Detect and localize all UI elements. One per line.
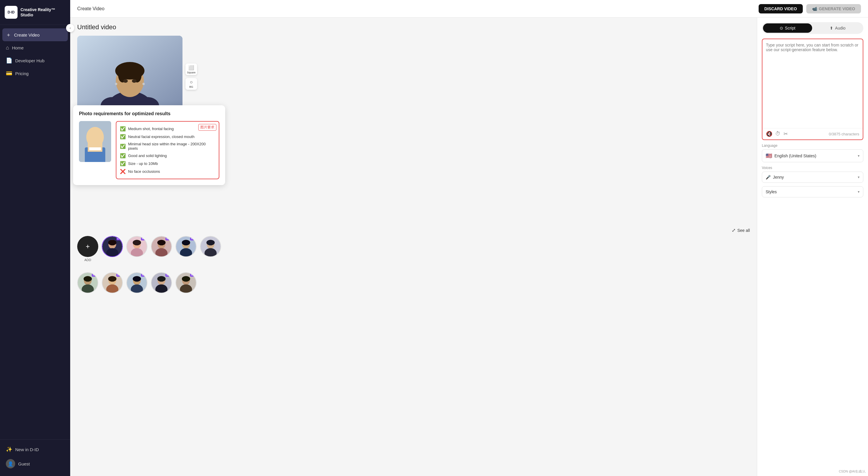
req-note-chinese: 图片要求 bbox=[198, 124, 216, 131]
audio-tab-icon: ⬆ bbox=[830, 26, 833, 30]
see-all-label: See all bbox=[737, 228, 750, 233]
voices-select[interactable]: 🎤 Jenny ▾ bbox=[762, 171, 863, 183]
pricing-icon: 💳 bbox=[6, 70, 12, 76]
home-icon: ⌂ bbox=[6, 45, 9, 51]
avatar-circle-r2-2[interactable]: HQ bbox=[102, 272, 123, 293]
generate-video-label: GENERATE VIDEO bbox=[819, 6, 855, 11]
avatar-image-5 bbox=[200, 236, 220, 257]
video-camera-icon: 📹 bbox=[812, 6, 817, 11]
sidebar-item-guest[interactable]: 👤 Guest bbox=[2, 456, 68, 471]
sidebar-collapse-button[interactable]: ‹ bbox=[66, 24, 74, 32]
sidebar-item-new-in-did[interactable]: ✨ New in D-ID bbox=[2, 443, 68, 455]
tab-script[interactable]: ⊙ Script bbox=[763, 23, 812, 33]
scissors-icon[interactable]: ✂ bbox=[783, 131, 788, 137]
bg-label: BG bbox=[189, 85, 193, 88]
language-group: Language 🇺🇸 English (United States) ▾ bbox=[762, 144, 863, 162]
avatar-item-r2-4[interactable]: HQ bbox=[151, 272, 172, 293]
svg-point-41 bbox=[84, 276, 92, 282]
avatar-item-3[interactable]: HQ bbox=[151, 236, 172, 262]
avatar-circle-5[interactable] bbox=[200, 236, 221, 257]
sidebar-item-home[interactable]: ⌂ Home bbox=[2, 42, 68, 54]
avatar-item-4[interactable]: HQ bbox=[176, 236, 196, 262]
video-controls: ⬜ Square ○ BG bbox=[185, 63, 197, 90]
avatar-item-r2-1[interactable]: HQ bbox=[77, 272, 98, 293]
svg-rect-17 bbox=[89, 147, 101, 150]
mute-icon[interactable]: 🔇 bbox=[766, 131, 772, 137]
discard-video-button[interactable]: DISCARD VIDEO bbox=[758, 4, 803, 13]
hq-badge: HQ bbox=[190, 274, 195, 277]
developer-hub-label: Developer Hub bbox=[15, 58, 44, 63]
page-title: Create Video bbox=[77, 6, 104, 11]
avatar-circle-1[interactable]: HQ bbox=[102, 236, 123, 257]
sidebar: D·ID Creative Reality™ Studio ‹ ＋ Create… bbox=[0, 0, 70, 476]
avatar-item-r2-3[interactable]: HQ bbox=[126, 272, 147, 293]
plus-icon: ＋ bbox=[6, 31, 11, 38]
language-label: Language bbox=[762, 144, 863, 148]
avatar-circle-3[interactable]: HQ bbox=[151, 236, 172, 257]
see-all-button[interactable]: ⤢ See all bbox=[732, 227, 750, 233]
chevron-down-icon: ▾ bbox=[858, 190, 860, 194]
tab-audio[interactable]: ⬆ Audio bbox=[813, 23, 863, 33]
bg-control-button[interactable]: ○ BG bbox=[185, 78, 197, 90]
x-icon: ❌ bbox=[120, 169, 126, 174]
avatar-item-r2-2[interactable]: HQ bbox=[102, 272, 123, 293]
avatar: 👤 bbox=[6, 459, 15, 468]
req-text-2: Neutral facial expression, closed mouth bbox=[128, 134, 194, 139]
avatar-circle-r2-3[interactable]: HQ bbox=[126, 272, 147, 293]
language-select[interactable]: 🇺🇸 English (United States) ▾ bbox=[762, 150, 863, 162]
styles-select[interactable]: Styles ▾ bbox=[762, 186, 863, 197]
hq-badge: HQ bbox=[190, 237, 195, 240]
create-video-label: Create Video bbox=[14, 32, 39, 37]
sidebar-logo: D·ID Creative Reality™ Studio bbox=[0, 0, 70, 25]
styles-group: Styles ▾ bbox=[762, 186, 863, 197]
avatar-circle-r2-5[interactable]: HQ bbox=[176, 272, 196, 293]
timer-icon[interactable]: ⏱ bbox=[775, 131, 780, 137]
svg-point-10 bbox=[132, 79, 136, 83]
avatar-add-circle[interactable]: + bbox=[77, 236, 98, 257]
avatar-circle-r2-4[interactable]: HQ bbox=[151, 272, 172, 293]
svg-point-33 bbox=[182, 240, 190, 245]
square-control-button[interactable]: ⬜ Square bbox=[185, 63, 197, 75]
req-item-4: ✅ Good and solid lighting bbox=[120, 152, 215, 159]
svg-point-16 bbox=[86, 127, 104, 147]
main-content: Create Video DISCARD VIDEO 📹 GENERATE VI… bbox=[70, 0, 868, 476]
script-textarea[interactable] bbox=[763, 39, 863, 127]
video-workspace: Untitled video bbox=[70, 18, 757, 476]
language-value: English (United States) bbox=[774, 154, 816, 158]
avatar-item-2[interactable]: HQ bbox=[126, 236, 147, 262]
hq-badge: HQ bbox=[141, 274, 146, 277]
square-label: Square bbox=[187, 71, 195, 74]
generate-video-button[interactable]: 📹 GENERATE VIDEO bbox=[806, 4, 861, 13]
avatar-circle-2[interactable]: HQ bbox=[126, 236, 147, 257]
sidebar-item-create-video[interactable]: ＋ Create Video bbox=[2, 28, 68, 41]
photo-req-title: Photo requirements for optimized results bbox=[79, 111, 219, 116]
script-tab-label: Script bbox=[785, 26, 796, 30]
voices-value: Jenny bbox=[773, 175, 784, 180]
sidebar-nav: ＋ Create Video ⌂ Home 📄 Developer Hub 💳 … bbox=[0, 25, 70, 440]
hq-badge: HQ bbox=[116, 274, 122, 277]
svg-point-29 bbox=[157, 240, 165, 245]
check-icon: ✅ bbox=[120, 161, 126, 166]
home-label: Home bbox=[12, 45, 24, 50]
avatar-add-item[interactable]: + ADD bbox=[77, 236, 98, 262]
photo-req-content: 图片要求 ✅ Medium shot, frontal facing ✅ Neu… bbox=[79, 121, 219, 179]
svg-point-9 bbox=[123, 79, 128, 83]
developer-icon: 📄 bbox=[6, 57, 12, 64]
avatar-circle-r2-1[interactable]: HQ bbox=[77, 272, 98, 293]
top-bar: Create Video DISCARD VIDEO 📹 GENERATE VI… bbox=[70, 0, 868, 18]
script-tab-icon: ⊙ bbox=[780, 26, 783, 30]
avatar-item-5[interactable] bbox=[200, 236, 221, 262]
styles-value: Styles bbox=[766, 189, 777, 194]
avatar-item-1[interactable]: HQ 未选择任何文件 bbox=[102, 236, 123, 262]
avatar-item-r2-5[interactable]: HQ bbox=[176, 272, 196, 293]
script-icons: 🔇 ⏱ ✂ bbox=[766, 131, 788, 137]
avatars-section: ⤢ See all + ADD bbox=[77, 227, 750, 293]
svg-point-8 bbox=[143, 83, 145, 85]
pricing-label: Pricing bbox=[15, 71, 29, 76]
sidebar-item-developer-hub[interactable]: 📄 Developer Hub bbox=[2, 54, 68, 67]
avatars-row: + ADD HQ bbox=[77, 236, 750, 262]
avatar-circle-4[interactable]: HQ bbox=[176, 236, 196, 257]
photo-req-sample-image bbox=[79, 121, 111, 162]
svg-point-7 bbox=[115, 83, 117, 85]
sidebar-item-pricing[interactable]: 💳 Pricing bbox=[2, 67, 68, 80]
